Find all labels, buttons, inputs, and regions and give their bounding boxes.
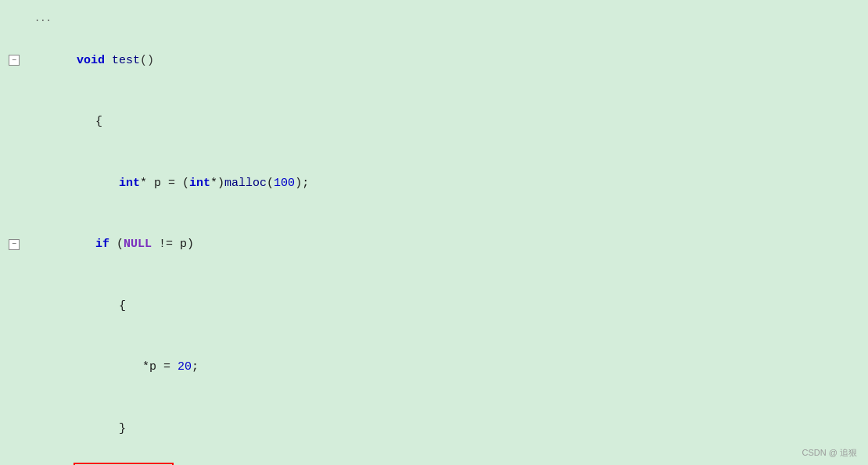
keyword-void: void (77, 54, 105, 67)
line-void-test: − void test() (0, 30, 868, 91)
code-free-null-wrapper: free(p); p = NULL; 不用时，及时free (30, 463, 296, 466)
watermark: CSDN @ 追狠 (802, 447, 857, 459)
type-int: int (119, 177, 140, 190)
paren-if-open: ( (109, 238, 124, 251)
pointer-star: * p = ( (140, 177, 189, 190)
line-if: − if (NULL != p) (0, 214, 868, 276)
brace-if-close: } (119, 422, 126, 435)
code-assign: *p = 20; (30, 338, 868, 398)
func-malloc: malloc (224, 177, 267, 190)
semi-assign: ; (192, 360, 199, 374)
code-truncated: ... (30, 11, 868, 27)
line-truncated: ... (0, 8, 868, 30)
brace-if-open: { (119, 299, 126, 313)
code-brace-if: { (30, 276, 868, 336)
deref-p: *p = (142, 360, 178, 374)
neq-p: != p) (152, 238, 194, 251)
code-malloc: int* p = (int*)malloc(100); (30, 153, 868, 213)
paren-100: ( (267, 177, 274, 190)
num-20: 20 (178, 360, 192, 374)
code-free: free(p); (77, 463, 296, 466)
func-test: test (112, 54, 140, 67)
line-assign: *p = 20; (0, 337, 868, 399)
gutter-if: − (0, 239, 30, 250)
code-brace-if-close: } (30, 399, 868, 459)
gutter-void-test: − (0, 55, 30, 66)
line-brace-if-close: } (0, 398, 868, 460)
line-brace-open-1: { (0, 91, 868, 153)
code-void-test: void test() (30, 30, 868, 91)
paren-close-semi: ); (295, 177, 309, 190)
null-keyword: NULL (124, 238, 152, 251)
line-malloc: int* p = (int*)malloc(100); (0, 152, 868, 214)
keyword-if: if (95, 238, 109, 251)
code-area: ... − void test() { int* p = (int*)mallo… (0, 0, 868, 465)
paren-open: () (140, 54, 154, 67)
brace-open: { (95, 115, 102, 128)
line-free-null: free(p); p = NULL; 不用时，及时free (0, 460, 868, 466)
collapse-if[interactable]: − (9, 239, 20, 250)
line-brace-if-open: { (0, 275, 868, 337)
type-int2: int (189, 177, 210, 190)
code-if: if (NULL != p) (30, 215, 868, 275)
num-100: 100 (274, 177, 295, 190)
code-brace1: { (30, 92, 868, 152)
cast-close: *) (210, 177, 224, 190)
collapse-void-test[interactable]: − (9, 55, 20, 66)
